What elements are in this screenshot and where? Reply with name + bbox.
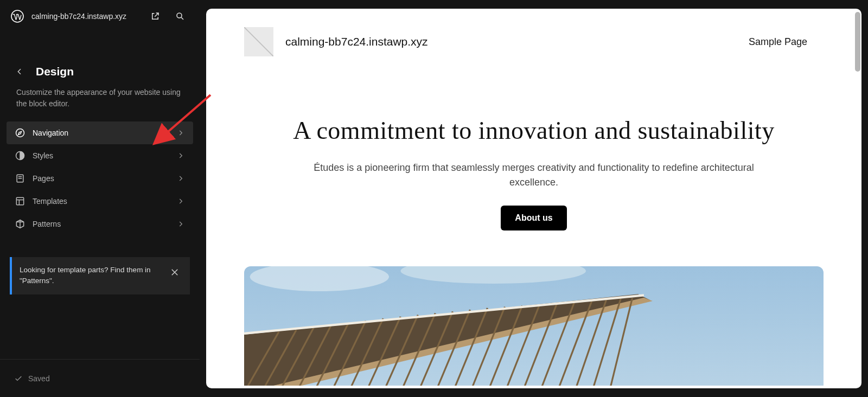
svg-point-1 [177,13,182,18]
site-logo-placeholder[interactable] [244,27,273,56]
close-icon[interactable] [167,265,182,280]
site-header: calming-bb7c24.instawp.xyz Sample Page [206,9,861,56]
layout-icon [14,195,26,207]
chevron-right-icon [176,128,186,138]
menu-item-pages[interactable]: Pages [7,167,193,190]
notice-text: Looking for template parts? Find them in… [20,265,161,287]
menu-item-templates[interactable]: Templates [7,190,193,213]
menu-item-label: Templates [33,197,169,206]
hero-title: A commitment to innovation and sustainab… [293,115,775,146]
nav-link-sample-page[interactable]: Sample Page [749,36,807,48]
site-url-label[interactable]: calming-bb7c24.instawp.xyz [31,12,139,21]
menu-item-label: Styles [33,151,169,160]
template-parts-notice: Looking for template parts? Find them in… [10,257,190,294]
status-label: Saved [28,374,50,383]
preview-area: calming-bb7c24.instawp.xyz Sample Page A… [200,0,868,397]
compass-icon [14,127,26,139]
hero-image [244,266,824,386]
section-description: Customize the appearance of your website… [0,85,200,121]
page-icon [14,172,26,184]
status-bar: Saved [0,359,200,397]
wordpress-logo-icon[interactable] [11,10,24,23]
menu-item-styles[interactable]: Styles [7,144,193,167]
sidebar: calming-bb7c24.instawp.xyz Design Custom… [0,0,200,397]
site-title[interactable]: calming-bb7c24.instawp.xyz [285,35,737,48]
design-menu: Navigation Styles Pages [0,121,200,235]
menu-item-label: Patterns [33,220,169,228]
chevron-right-icon [176,174,186,183]
about-us-button[interactable]: About us [501,206,566,230]
check-icon [14,374,23,383]
menu-item-patterns[interactable]: Patterns [7,213,193,235]
site-preview[interactable]: calming-bb7c24.instawp.xyz Sample Page A… [206,9,861,388]
chevron-right-icon [176,151,186,161]
back-button[interactable] [13,65,26,78]
scrollbar[interactable] [855,12,860,72]
chevron-right-icon [176,219,186,229]
svg-point-2 [16,129,24,137]
hero-body: Études is a pioneering firm that seamles… [293,161,775,191]
contrast-icon [14,150,26,162]
open-site-icon[interactable] [146,8,164,25]
admin-topbar: calming-bb7c24.instawp.xyz [0,0,200,33]
section-header: Design [0,33,200,85]
menu-item-navigation[interactable]: Navigation [7,121,193,144]
menu-item-label: Pages [33,174,169,183]
chevron-right-icon [176,196,186,206]
search-icon[interactable] [171,8,189,25]
svg-rect-5 [16,197,23,204]
menu-item-label: Navigation [33,129,169,137]
section-title: Design [36,65,74,78]
patterns-icon [14,218,26,230]
hero-section: A commitment to innovation and sustainab… [206,115,861,230]
